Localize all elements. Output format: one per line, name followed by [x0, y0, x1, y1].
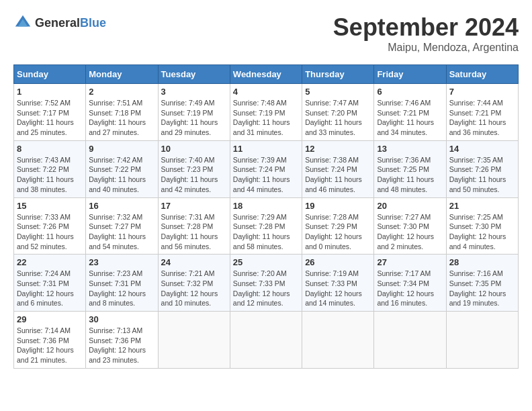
day-number: 8	[17, 144, 83, 154]
day-number: 20	[377, 201, 443, 211]
logo-general-text: General	[35, 16, 80, 30]
logo: GeneralBlue	[13, 13, 106, 32]
month-title: September 2024	[333, 13, 519, 42]
day-info: Sunrise: 7:47 AMSunset: 7:20 PMDaylight:…	[305, 98, 371, 138]
day-info: Sunrise: 7:13 AMSunset: 7:36 PMDaylight:…	[89, 326, 154, 365]
day-info: Sunrise: 7:23 AMSunset: 7:31 PMDaylight:…	[89, 269, 154, 308]
col-monday: Monday	[86, 65, 158, 84]
day-info: Sunrise: 7:33 AMSunset: 7:26 PMDaylight:…	[17, 212, 83, 252]
day-info: Sunrise: 7:21 AMSunset: 7:32 PMDaylight:…	[161, 269, 227, 308]
table-row: 24Sunrise: 7:21 AMSunset: 7:32 PMDayligh…	[158, 255, 230, 312]
day-info: Sunrise: 7:19 AMSunset: 7:33 PMDaylight:…	[305, 269, 371, 308]
day-number: 9	[89, 144, 154, 154]
table-row	[158, 312, 230, 369]
calendar-week-row: 1Sunrise: 7:52 AMSunset: 7:17 PMDaylight…	[14, 84, 519, 141]
day-number: 28	[449, 257, 515, 267]
calendar-header-row: Sunday Monday Tuesday Wednesday Thursday…	[14, 65, 519, 84]
day-info: Sunrise: 7:43 AMSunset: 7:22 PMDaylight:…	[17, 155, 83, 195]
day-number: 4	[233, 87, 299, 97]
day-info: Sunrise: 7:44 AMSunset: 7:21 PMDaylight:…	[449, 98, 515, 138]
table-row: 15Sunrise: 7:33 AMSunset: 7:26 PMDayligh…	[14, 197, 86, 255]
day-info: Sunrise: 7:17 AMSunset: 7:34 PMDaylight:…	[377, 269, 443, 308]
day-info: Sunrise: 7:38 AMSunset: 7:24 PMDaylight:…	[305, 155, 371, 195]
day-number: 13	[377, 144, 443, 154]
table-row: 10Sunrise: 7:40 AMSunset: 7:23 PMDayligh…	[158, 140, 230, 197]
day-info: Sunrise: 7:36 AMSunset: 7:25 PMDaylight:…	[377, 155, 443, 195]
calendar-week-row: 8Sunrise: 7:43 AMSunset: 7:22 PMDaylight…	[14, 140, 519, 197]
day-number: 22	[17, 257, 83, 267]
logo-blue-text: Blue	[80, 16, 106, 30]
col-tuesday: Tuesday	[158, 65, 230, 84]
day-number: 17	[161, 201, 227, 211]
table-row: 6Sunrise: 7:46 AMSunset: 7:21 PMDaylight…	[374, 84, 446, 141]
day-number: 10	[161, 144, 227, 154]
day-info: Sunrise: 7:24 AMSunset: 7:31 PMDaylight:…	[17, 269, 83, 308]
table-row: 1Sunrise: 7:52 AMSunset: 7:17 PMDaylight…	[14, 84, 86, 141]
table-row: 14Sunrise: 7:35 AMSunset: 7:26 PMDayligh…	[446, 140, 518, 197]
calendar-week-row: 29Sunrise: 7:14 AMSunset: 7:36 PMDayligh…	[14, 312, 519, 369]
day-number: 24	[161, 257, 227, 267]
table-row: 16Sunrise: 7:32 AMSunset: 7:27 PMDayligh…	[86, 197, 158, 255]
day-number: 11	[233, 144, 299, 154]
day-info: Sunrise: 7:51 AMSunset: 7:18 PMDaylight:…	[89, 98, 154, 138]
day-number: 5	[305, 87, 371, 97]
day-info: Sunrise: 7:35 AMSunset: 7:26 PMDaylight:…	[449, 155, 515, 195]
col-sunday: Sunday	[14, 65, 86, 84]
table-row: 23Sunrise: 7:23 AMSunset: 7:31 PMDayligh…	[86, 255, 158, 312]
table-row	[230, 312, 302, 369]
col-saturday: Saturday	[446, 65, 518, 84]
day-info: Sunrise: 7:42 AMSunset: 7:22 PMDaylight:…	[89, 155, 154, 195]
day-info: Sunrise: 7:28 AMSunset: 7:29 PMDaylight:…	[305, 212, 371, 252]
calendar-week-row: 15Sunrise: 7:33 AMSunset: 7:26 PMDayligh…	[14, 197, 519, 255]
table-row: 7Sunrise: 7:44 AMSunset: 7:21 PMDaylight…	[446, 84, 518, 141]
table-row: 27Sunrise: 7:17 AMSunset: 7:34 PMDayligh…	[374, 255, 446, 312]
col-thursday: Thursday	[302, 65, 374, 84]
title-block: September 2024 Maipu, Mendoza, Argentina	[333, 13, 519, 54]
day-number: 18	[233, 201, 299, 211]
day-number: 12	[305, 144, 371, 154]
table-row: 3Sunrise: 7:49 AMSunset: 7:19 PMDaylight…	[158, 84, 230, 141]
table-row: 5Sunrise: 7:47 AMSunset: 7:20 PMDaylight…	[302, 84, 374, 141]
day-info: Sunrise: 7:48 AMSunset: 7:19 PMDaylight:…	[233, 98, 299, 138]
day-number: 1	[17, 87, 83, 97]
table-row	[302, 312, 374, 369]
day-info: Sunrise: 7:27 AMSunset: 7:30 PMDaylight:…	[377, 212, 443, 252]
day-number: 19	[305, 201, 371, 211]
location-title: Maipu, Mendoza, Argentina	[333, 42, 519, 54]
table-row: 18Sunrise: 7:29 AMSunset: 7:28 PMDayligh…	[230, 197, 302, 255]
table-row: 20Sunrise: 7:27 AMSunset: 7:30 PMDayligh…	[374, 197, 446, 255]
day-info: Sunrise: 7:14 AMSunset: 7:36 PMDaylight:…	[17, 326, 83, 365]
day-info: Sunrise: 7:49 AMSunset: 7:19 PMDaylight:…	[161, 98, 227, 138]
table-row: 26Sunrise: 7:19 AMSunset: 7:33 PMDayligh…	[302, 255, 374, 312]
day-number: 7	[449, 87, 515, 97]
table-row: 22Sunrise: 7:24 AMSunset: 7:31 PMDayligh…	[14, 255, 86, 312]
table-row: 8Sunrise: 7:43 AMSunset: 7:22 PMDaylight…	[14, 140, 86, 197]
table-row: 11Sunrise: 7:39 AMSunset: 7:24 PMDayligh…	[230, 140, 302, 197]
table-row: 25Sunrise: 7:20 AMSunset: 7:33 PMDayligh…	[230, 255, 302, 312]
table-row: 30Sunrise: 7:13 AMSunset: 7:36 PMDayligh…	[86, 312, 158, 369]
day-info: Sunrise: 7:31 AMSunset: 7:28 PMDaylight:…	[161, 212, 227, 252]
day-info: Sunrise: 7:16 AMSunset: 7:35 PMDaylight:…	[449, 269, 515, 308]
day-number: 6	[377, 87, 443, 97]
day-info: Sunrise: 7:32 AMSunset: 7:27 PMDaylight:…	[89, 212, 154, 252]
table-row: 17Sunrise: 7:31 AMSunset: 7:28 PMDayligh…	[158, 197, 230, 255]
table-row: 21Sunrise: 7:25 AMSunset: 7:30 PMDayligh…	[446, 197, 518, 255]
col-wednesday: Wednesday	[230, 65, 302, 84]
calendar-table: Sunday Monday Tuesday Wednesday Thursday…	[13, 64, 519, 369]
day-number: 16	[89, 201, 154, 211]
day-number: 3	[161, 87, 227, 97]
day-info: Sunrise: 7:40 AMSunset: 7:23 PMDaylight:…	[161, 155, 227, 195]
table-row: 2Sunrise: 7:51 AMSunset: 7:18 PMDaylight…	[86, 84, 158, 141]
logo-icon	[13, 13, 32, 32]
day-number: 26	[305, 257, 371, 267]
day-number: 27	[377, 257, 443, 267]
col-friday: Friday	[374, 65, 446, 84]
table-row: 9Sunrise: 7:42 AMSunset: 7:22 PMDaylight…	[86, 140, 158, 197]
table-row	[374, 312, 446, 369]
table-row: 12Sunrise: 7:38 AMSunset: 7:24 PMDayligh…	[302, 140, 374, 197]
day-number: 21	[449, 201, 515, 211]
table-row: 28Sunrise: 7:16 AMSunset: 7:35 PMDayligh…	[446, 255, 518, 312]
table-row	[446, 312, 518, 369]
table-row: 4Sunrise: 7:48 AMSunset: 7:19 PMDaylight…	[230, 84, 302, 141]
day-info: Sunrise: 7:25 AMSunset: 7:30 PMDaylight:…	[449, 212, 515, 252]
